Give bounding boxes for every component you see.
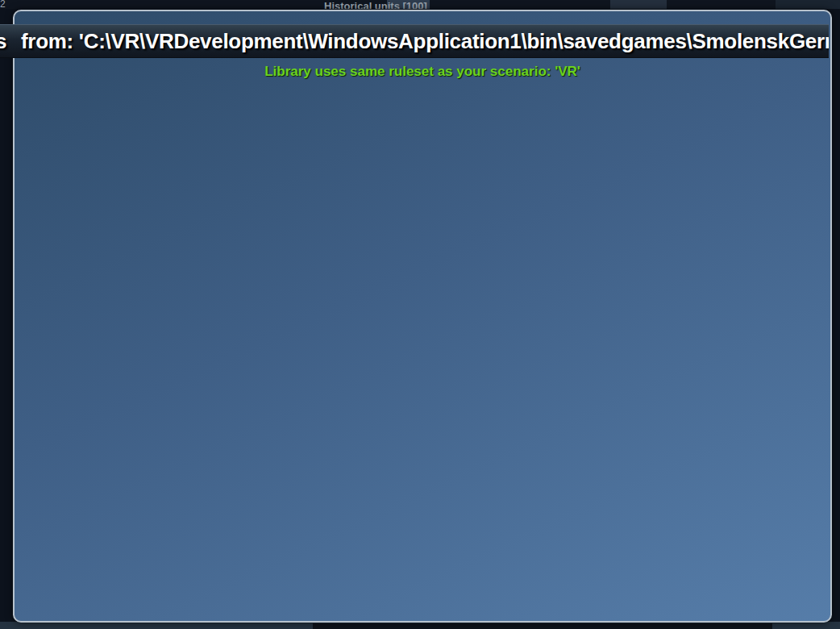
source-path-bar: s from: 'C:\VR\VRDevelopment\WindowsAppl… <box>0 24 829 58</box>
background-segment <box>610 0 667 9</box>
background-bottom-segment <box>313 623 772 629</box>
background-number: 2 <box>0 0 6 9</box>
background-toolbar-label: Historical units [100] <box>324 0 427 9</box>
source-path-text: from: 'C:\VR\VRDevelopment\WindowsApplic… <box>21 29 829 54</box>
background-toolbar-strip: Historical units [100] 2 <box>0 0 840 9</box>
clipped-text-fragment: s <box>0 29 6 54</box>
background-segment <box>776 0 840 9</box>
import-library-screen: Historical units [100] 2 s from: 'C:\VR\… <box>0 0 840 629</box>
ruleset-note: Library uses same ruleset as your scenar… <box>13 64 832 80</box>
import-library-dialog <box>13 10 832 623</box>
